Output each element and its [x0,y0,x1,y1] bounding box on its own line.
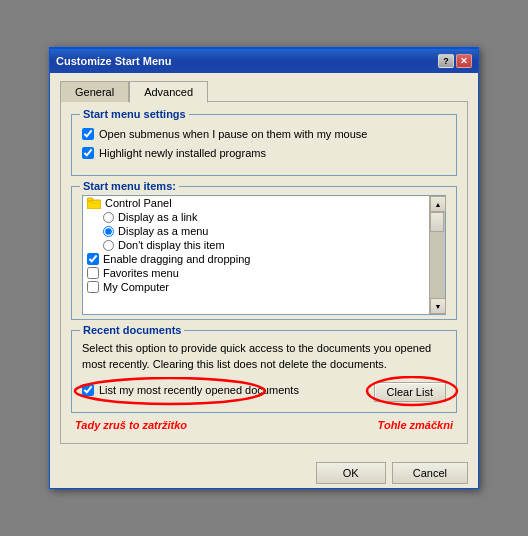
settings-checkboxes: Open submenus when I pause on them with … [82,127,446,161]
highlight-programs-label: Highlight newly installed programs [99,146,266,160]
checkbox-annotation-wrapper: List my most recently opened documents [82,383,299,402]
list-item-display-none[interactable]: Don't display this item [83,238,429,252]
close-button[interactable]: ✕ [456,54,472,68]
open-submenus-label: Open submenus when I pause on them with … [99,127,367,141]
recent-documents-section: Recent documents Select this option to p… [71,330,457,413]
cancel-button[interactable]: Cancel [392,462,468,484]
display-none-radio[interactable] [103,240,114,251]
start-menu-listbox[interactable]: Control Panel Display as a link Display … [83,196,429,314]
listbox-scrollbar: ▲ ▼ [429,196,445,314]
ok-button[interactable]: OK [316,462,386,484]
svg-rect-1 [87,198,93,201]
drag-drop-checkbox[interactable] [87,253,99,265]
list-item-my-computer[interactable]: My Computer [83,280,429,294]
start-menu-items-section: Start menu items: C [71,186,457,320]
annotation-right-text: Tohle zmáčkni [378,419,453,431]
start-menu-settings-title: Start menu settings [80,108,189,120]
title-bar: Customize Start Menu ? ✕ [50,49,478,73]
annotation-left-text: Tady zruš to zatržitko [75,419,187,431]
title-bar-buttons: ? ✕ [438,54,472,68]
dialog-title: Customize Start Menu [56,55,172,67]
tab-content: Start menu settings Open submenus when I… [60,101,468,444]
recent-documents-desc: Select this option to provide quick acce… [82,341,446,372]
checkbox-row-2: Highlight newly installed programs [82,146,446,160]
scroll-thumb[interactable] [430,212,444,232]
control-panel-label: Control Panel [105,197,172,209]
list-item-display-menu[interactable]: Display as a menu [83,224,429,238]
scroll-down-arrow[interactable]: ▼ [430,298,446,314]
open-submenus-checkbox[interactable] [82,128,94,140]
display-link-radio[interactable] [103,212,114,223]
list-item-drag-drop[interactable]: Enable dragging and dropping [83,252,429,266]
recent-bottom-row: List my most recently opened documents C… [82,382,446,402]
dialog-content: General Advanced Start menu settings Ope… [50,73,478,454]
start-menu-items-title: Start menu items: [80,180,179,192]
recent-docs-label: List my most recently opened documents [99,383,299,397]
tab-advanced[interactable]: Advanced [129,81,208,103]
display-link-label: Display as a link [118,211,197,223]
recent-documents-title: Recent documents [80,324,184,336]
help-button[interactable]: ? [438,54,454,68]
dialog-buttons: OK Cancel [50,454,478,488]
list-item-display-link[interactable]: Display as a link [83,210,429,224]
favorites-checkbox[interactable] [87,267,99,279]
tabs-container: General Advanced [60,81,468,102]
folder-icon [87,197,101,209]
clear-list-wrapper: Clear List [374,382,446,402]
my-computer-label: My Computer [103,281,169,293]
highlight-programs-checkbox[interactable] [82,147,94,159]
display-menu-radio[interactable] [103,226,114,237]
list-item-control-panel[interactable]: Control Panel [83,196,429,210]
start-menu-settings-section: Start menu settings Open submenus when I… [71,114,457,177]
tab-general[interactable]: General [60,81,129,102]
scroll-up-arrow[interactable]: ▲ [430,196,446,212]
clear-list-button[interactable]: Clear List [374,382,446,402]
recent-docs-checkbox-row: List my most recently opened documents [82,383,299,397]
display-menu-label: Display as a menu [118,225,209,237]
favorites-label: Favorites menu [103,267,179,279]
checkbox-row-1: Open submenus when I pause on them with … [82,127,446,141]
list-item-favorites[interactable]: Favorites menu [83,266,429,280]
my-computer-checkbox[interactable] [87,281,99,293]
start-menu-listbox-container: Control Panel Display as a link Display … [82,195,446,315]
scroll-track[interactable] [430,212,445,298]
recent-docs-checkbox[interactable] [82,384,94,396]
drag-drop-label: Enable dragging and dropping [103,253,250,265]
annotations-row: Tady zruš to zatržitko Tohle zmáčkni [71,415,457,431]
customize-start-menu-dialog: Customize Start Menu ? ✕ General Advance… [49,47,479,489]
display-none-label: Don't display this item [118,239,225,251]
